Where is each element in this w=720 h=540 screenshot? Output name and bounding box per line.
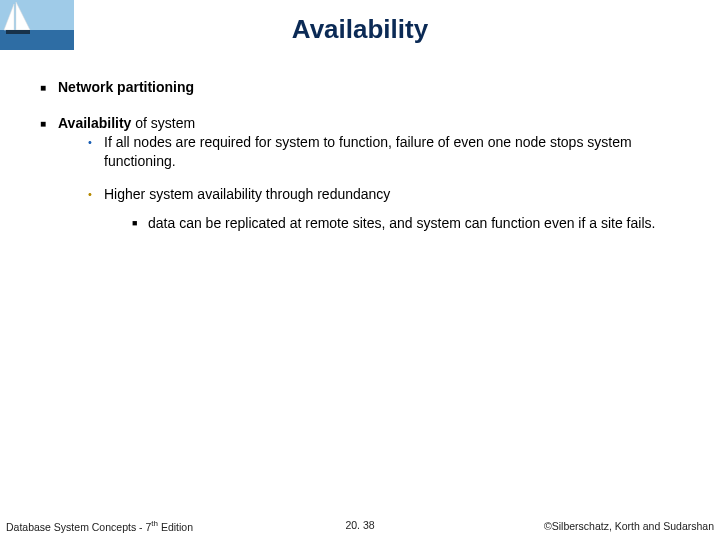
footer-copyright: ©Silberschatz, Korth and Sudarshan — [544, 520, 714, 532]
bullet-availability: ■ Availability of system • If all nodes … — [40, 114, 700, 247]
bullet-bold: Availability — [58, 115, 131, 131]
dot-bullet-icon: • — [88, 185, 104, 233]
square-bullet-icon: ■ — [40, 114, 58, 247]
square-bullet-icon: ■ — [132, 214, 148, 233]
subbullet-all-nodes: • If all nodes are required for system t… — [88, 133, 700, 171]
slide-body: ■ Network partitioning ■ Availability of… — [40, 78, 700, 263]
subsubbullet-text: data can be replicated at remote sites, … — [148, 214, 700, 233]
subsubbullet-replication: ■ data can be replicated at remote sites… — [132, 214, 700, 233]
footer-page-number: 20. 38 — [345, 519, 374, 531]
bullet-network-partitioning: ■ Network partitioning — [40, 78, 700, 98]
subbullet-text: Higher system availability through redun… — [104, 186, 390, 202]
slide-title: Availability — [0, 14, 720, 45]
bullet-text: Network partitioning — [58, 79, 194, 95]
square-bullet-icon: ■ — [40, 78, 58, 98]
subbullet-redundancy: • Higher system availability through red… — [88, 185, 700, 233]
dot-bullet-icon: • — [88, 133, 104, 171]
slide-footer: Database System Concepts - 7th Edition 2… — [6, 519, 714, 533]
bullet-rest: of system — [131, 115, 195, 131]
footer-edition-sup: th — [151, 519, 158, 528]
footer-left: Database System Concepts - 7th Edition — [6, 519, 193, 533]
footer-book-title-a: Database System Concepts - 7 — [6, 520, 151, 532]
subbullet-text: If all nodes are required for system to … — [104, 133, 700, 171]
footer-book-title-b: Edition — [158, 520, 193, 532]
